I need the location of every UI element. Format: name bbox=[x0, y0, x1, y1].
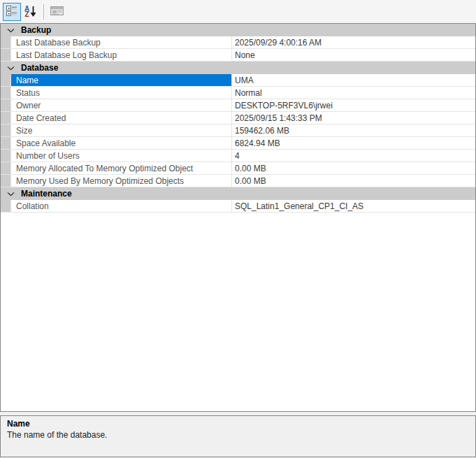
indent-strip bbox=[1, 162, 11, 174]
property-value[interactable]: SQL_Latin1_General_CP1_CI_AS bbox=[232, 200, 475, 212]
indent-strip bbox=[1, 124, 11, 136]
indent-strip bbox=[1, 36, 11, 48]
property-name[interactable]: Memory Allocated To Memory Optimized Obj… bbox=[11, 162, 232, 174]
property-name[interactable]: Collation bbox=[11, 200, 232, 212]
property-row-last-database-log-backup[interactable]: Last Database Log BackupNone bbox=[1, 49, 475, 62]
property-value[interactable]: 6824.94 MB bbox=[232, 137, 475, 149]
indent-strip bbox=[1, 150, 11, 162]
category-row-backup[interactable]: Backup bbox=[1, 24, 475, 36]
property-row-name[interactable]: NameUMA bbox=[1, 74, 475, 87]
category-row-database[interactable]: Database bbox=[1, 62, 475, 74]
property-value[interactable]: UMA bbox=[232, 74, 475, 86]
indent-strip bbox=[1, 137, 11, 149]
indent-strip bbox=[1, 112, 11, 124]
property-grid: BackupLast Database Backup2025/09/29 4:0… bbox=[0, 23, 476, 412]
property-value[interactable]: 0.00 MB bbox=[232, 175, 475, 187]
category-label: Database bbox=[21, 63, 58, 73]
property-row-last-database-backup[interactable]: Last Database Backup2025/09/29 4:00:16 A… bbox=[1, 36, 475, 49]
property-row-memory-allocated-to-memory-optimized-object[interactable]: Memory Allocated To Memory Optimized Obj… bbox=[1, 162, 475, 175]
property-value[interactable]: Normal bbox=[232, 87, 475, 99]
property-value[interactable]: DESKTOP-5RF3VL6\jrwei bbox=[232, 99, 475, 111]
property-name[interactable]: Date Created bbox=[11, 112, 232, 124]
property-row-size[interactable]: Size159462.06 MB bbox=[1, 124, 475, 137]
property-pages-button bbox=[48, 3, 66, 21]
property-value[interactable]: 2025/09/29 4:00:16 AM bbox=[232, 36, 475, 48]
property-value[interactable]: 0.00 MB bbox=[232, 162, 475, 174]
indent-strip bbox=[1, 74, 11, 86]
az-sort-descending-icon: A Z bbox=[24, 6, 37, 17]
property-name[interactable]: Space Available bbox=[11, 137, 232, 149]
property-value[interactable]: None bbox=[232, 49, 475, 61]
collapse-chevron-icon[interactable] bbox=[1, 66, 17, 71]
property-name[interactable]: Status bbox=[11, 87, 232, 99]
property-value[interactable]: 2025/09/15 1:43:33 PM bbox=[232, 112, 475, 124]
indent-strip bbox=[1, 200, 11, 212]
alphabetical-sort-button[interactable]: A Z bbox=[22, 3, 40, 21]
collapse-chevron-icon[interactable] bbox=[1, 28, 17, 33]
property-name[interactable]: Size bbox=[11, 124, 232, 136]
indent-strip bbox=[1, 99, 11, 111]
properties-toolbar: A Z bbox=[0, 0, 476, 23]
category-row-maintenance[interactable]: Maintenance bbox=[1, 187, 475, 200]
property-name[interactable]: Last Database Log Backup bbox=[11, 49, 232, 61]
property-row-memory-used-by-memory-optimized-objects[interactable]: Memory Used By Memory Optimized Objects0… bbox=[1, 175, 475, 187]
property-name[interactable]: Owner bbox=[11, 99, 232, 111]
description-text: The name of the database. bbox=[7, 430, 469, 440]
property-pages-icon bbox=[50, 5, 65, 19]
property-value[interactable]: 159462.06 MB bbox=[232, 124, 475, 136]
property-row-owner[interactable]: OwnerDESKTOP-5RF3VL6\jrwei bbox=[1, 99, 475, 112]
categorized-view-icon bbox=[6, 5, 17, 18]
indent-strip bbox=[1, 175, 11, 187]
property-value[interactable]: 4 bbox=[232, 150, 475, 162]
property-row-number-of-users[interactable]: Number of Users4 bbox=[1, 150, 475, 162]
property-name[interactable]: Number of Users bbox=[11, 150, 232, 162]
collapse-chevron-icon[interactable] bbox=[1, 192, 17, 196]
toolbar-separator bbox=[43, 4, 44, 20]
sort-letter-z: Z bbox=[24, 12, 29, 17]
property-name[interactable]: Name bbox=[11, 74, 232, 86]
categorized-button[interactable] bbox=[3, 3, 21, 21]
indent-strip bbox=[1, 49, 11, 61]
description-title: Name bbox=[7, 419, 469, 429]
category-label: Maintenance bbox=[21, 189, 72, 199]
property-row-space-available[interactable]: Space Available6824.94 MB bbox=[1, 137, 475, 150]
category-label: Backup bbox=[21, 25, 51, 35]
property-name[interactable]: Memory Used By Memory Optimized Objects bbox=[11, 175, 232, 187]
description-panel: Name The name of the database. bbox=[0, 415, 476, 457]
property-grid-rows: BackupLast Database Backup2025/09/29 4:0… bbox=[1, 24, 475, 213]
property-row-collation[interactable]: CollationSQL_Latin1_General_CP1_CI_AS bbox=[1, 200, 475, 213]
property-row-date-created[interactable]: Date Created2025/09/15 1:43:33 PM bbox=[1, 112, 475, 124]
indent-strip bbox=[1, 87, 11, 99]
property-row-status[interactable]: StatusNormal bbox=[1, 87, 475, 99]
property-name[interactable]: Last Database Backup bbox=[11, 36, 232, 48]
